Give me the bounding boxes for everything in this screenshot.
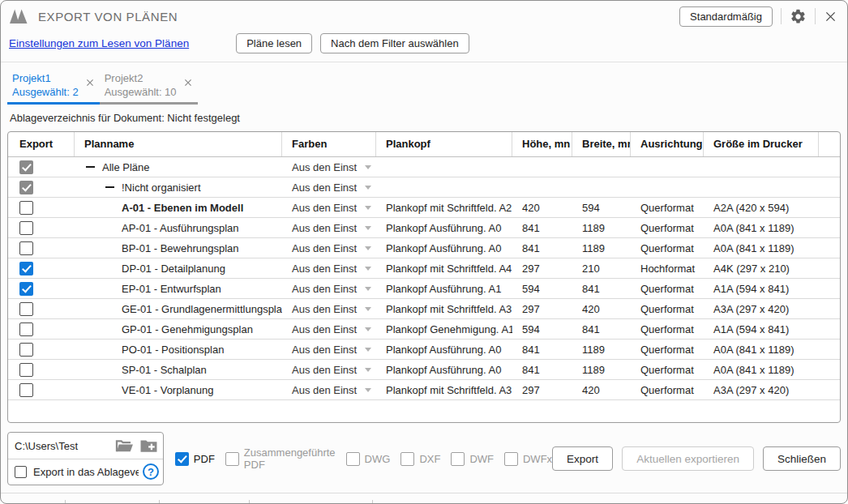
format-checkbox-dwfx[interactable]: DWFx bbox=[504, 452, 552, 466]
colors-dropdown-value: Aus den Einst bbox=[292, 344, 357, 356]
colors-dropdown-value: Aus den Einst bbox=[292, 303, 357, 315]
header-breite[interactable]: Breite, mm bbox=[572, 132, 631, 156]
collapse-icon[interactable] bbox=[105, 186, 114, 188]
table-header: Export Planname Farben Plankopf Höhe, mn… bbox=[8, 132, 840, 157]
row-export-checkbox[interactable] bbox=[19, 363, 33, 377]
tab-close-icon[interactable] bbox=[85, 78, 95, 88]
settings-gear-button[interactable] bbox=[790, 8, 807, 25]
export-button[interactable]: Export bbox=[552, 446, 613, 471]
table-row[interactable]: SP-01 - Schalplan Aus den Einst Plankopf… bbox=[8, 360, 840, 380]
format-checkbox-dxf[interactable]: DXF bbox=[400, 452, 440, 466]
titlebar-divider bbox=[781, 8, 782, 24]
colors-dropdown[interactable]: Aus den Einst bbox=[282, 283, 376, 295]
export-to-doc-dir-checkbox[interactable] bbox=[15, 466, 27, 478]
row-export-checkbox[interactable] bbox=[19, 201, 33, 215]
cell-groesse: A2A (420 x 594) bbox=[704, 202, 819, 214]
new-folder-button[interactable] bbox=[139, 438, 158, 454]
format-checkbox-zusammengef-hrte-pdf[interactable]: Zusammengeführte PDF bbox=[225, 446, 336, 471]
plan-name: AP-01 - Ausführungsplan bbox=[122, 222, 239, 234]
table-row[interactable]: VE-01 - Vorplanung Aus den Einst Plankop… bbox=[8, 380, 840, 400]
table-row[interactable]: GE-01 - Grundlagenermittlungsplan Aus de… bbox=[8, 299, 840, 319]
read-settings-link[interactable]: Einstellungen zum Lesen von Plänen bbox=[9, 37, 189, 49]
status-label: Pläne: bbox=[9, 501, 39, 504]
format-checkbox-dwf[interactable]: DWF bbox=[451, 452, 494, 466]
tab-selected-count: Ausgewählt: 2 bbox=[12, 85, 79, 99]
colors-dropdown-value: Aus den Einst bbox=[292, 202, 357, 214]
row-export-checkbox[interactable] bbox=[19, 383, 33, 397]
plan-name: A-01 - Ebenen im Modell bbox=[122, 202, 243, 214]
browse-folder-button[interactable] bbox=[115, 438, 134, 454]
close-button[interactable] bbox=[824, 10, 837, 23]
colors-dropdown[interactable]: Aus den Einst bbox=[282, 263, 376, 275]
cell-groesse: A0A (841 x 1189) bbox=[704, 344, 819, 356]
table-row[interactable]: EP-01 - Entwurfsplan Aus den Einst Plank… bbox=[8, 279, 840, 299]
colors-dropdown[interactable]: Aus den Einst bbox=[282, 384, 376, 396]
help-icon[interactable]: ? bbox=[143, 463, 159, 480]
colors-dropdown-value: Aus den Einst bbox=[292, 182, 357, 194]
colors-dropdown[interactable]: Aus den Einst bbox=[282, 182, 376, 194]
header-groesse[interactable]: Größe im Drucker bbox=[704, 132, 819, 156]
cell-export bbox=[8, 383, 75, 397]
header-export[interactable]: Export bbox=[8, 132, 75, 156]
cell-ausrichtung: Querformat bbox=[631, 323, 704, 335]
colors-dropdown[interactable]: Aus den Einst bbox=[282, 323, 376, 335]
row-export-checkbox[interactable] bbox=[19, 181, 33, 194]
folder-open-icon bbox=[115, 438, 134, 454]
cell-groesse: A3A (297 x 420) bbox=[704, 384, 819, 396]
colors-dropdown[interactable]: Aus den Einst bbox=[282, 344, 376, 356]
cell-hoehe: 420 bbox=[512, 202, 572, 214]
colors-dropdown[interactable]: Aus den Einst bbox=[282, 303, 376, 315]
cell-breite: 594 bbox=[572, 202, 631, 214]
table-row[interactable]: BP-01 - Bewehrungsplan Aus den Einst Pla… bbox=[8, 238, 840, 258]
header-farben[interactable]: Farben bbox=[282, 132, 376, 156]
document-directory-note: Ablageverzeichnis für Dokument: Nicht fe… bbox=[10, 112, 847, 124]
table-row[interactable]: AP-01 - Ausführungsplan Aus den Einst Pl… bbox=[8, 218, 840, 238]
colors-dropdown[interactable]: Aus den Einst bbox=[282, 364, 376, 376]
colors-dropdown[interactable]: Aus den Einst bbox=[282, 222, 376, 234]
format-checkbox-dwg[interactable]: DWG bbox=[346, 452, 391, 466]
select-by-filter-button[interactable]: Nach dem Filter auswählen bbox=[320, 33, 469, 53]
row-export-checkbox[interactable] bbox=[19, 282, 33, 296]
row-export-checkbox[interactable] bbox=[19, 160, 33, 174]
row-export-checkbox[interactable] bbox=[19, 241, 33, 255]
colors-dropdown[interactable]: Aus den Einst bbox=[282, 161, 376, 173]
header-planname[interactable]: Planname bbox=[75, 132, 282, 156]
cell-planname: GE-01 - Grundlagenermittlungsplan bbox=[75, 303, 282, 315]
close-dialog-button[interactable]: Schließen bbox=[763, 446, 841, 471]
table-row[interactable]: GP-01 - Genehmigungsplan Aus den Einst P… bbox=[8, 319, 840, 340]
cell-export bbox=[8, 282, 75, 296]
header-ausrichtung[interactable]: Ausrichtung bbox=[631, 132, 704, 156]
cell-hoehe: 594 bbox=[512, 283, 572, 295]
cell-breite: 841 bbox=[572, 283, 631, 295]
colors-dropdown[interactable]: Aus den Einst bbox=[282, 202, 376, 214]
default-settings-button[interactable]: Standardmäßig bbox=[679, 6, 773, 27]
row-export-checkbox[interactable] bbox=[19, 221, 33, 235]
row-export-checkbox[interactable] bbox=[19, 302, 33, 316]
tab-projekt2[interactable]: Projekt2 Ausgewählt: 10 bbox=[100, 69, 198, 105]
cell-plankopf: Plankopf mit Schriftfeld. A3 bbox=[376, 384, 512, 396]
tab-close-icon[interactable] bbox=[183, 78, 193, 88]
cell-planname: VE-01 - Vorplanung bbox=[75, 384, 282, 396]
table-row[interactable]: A-01 - Ebenen im Modell Aus den Einst Pl… bbox=[8, 198, 840, 218]
row-export-checkbox[interactable] bbox=[19, 262, 33, 275]
collapse-icon[interactable] bbox=[86, 166, 95, 168]
tab-projekt1[interactable]: Projekt1 Ausgewählt: 2 bbox=[7, 69, 100, 105]
colors-dropdown[interactable]: Aus den Einst bbox=[282, 242, 376, 254]
chevron-down-icon bbox=[365, 348, 371, 352]
header-plankopf[interactable]: Plankopf bbox=[376, 132, 512, 156]
table-row[interactable]: Alle Pläne Aus den Einst bbox=[8, 157, 840, 177]
cell-plankopf: Plankopf Ausführung. A0 bbox=[376, 222, 512, 234]
table-row[interactable]: !Nicht organisiert Aus den Einst bbox=[8, 177, 840, 198]
cell-ausrichtung: Querformat bbox=[631, 364, 704, 376]
close-icon bbox=[824, 10, 837, 23]
read-plans-button[interactable]: Pläne lesen bbox=[236, 33, 312, 53]
table-row[interactable]: PO-01 - Positionsplan Aus den Einst Plan… bbox=[8, 340, 840, 360]
row-export-checkbox[interactable] bbox=[19, 343, 33, 357]
cell-hoehe: 841 bbox=[512, 242, 572, 254]
table-row[interactable]: DP-01 - Detailplanung Aus den Einst Plan… bbox=[8, 258, 840, 279]
row-export-checkbox[interactable] bbox=[19, 322, 33, 336]
header-hoehe[interactable]: Höhe, mn bbox=[512, 132, 572, 156]
output-path-input[interactable] bbox=[8, 433, 115, 459]
plan-name: BP-01 - Bewehrungsplan bbox=[122, 242, 239, 254]
format-checkbox-pdf[interactable]: PDF bbox=[175, 452, 215, 466]
